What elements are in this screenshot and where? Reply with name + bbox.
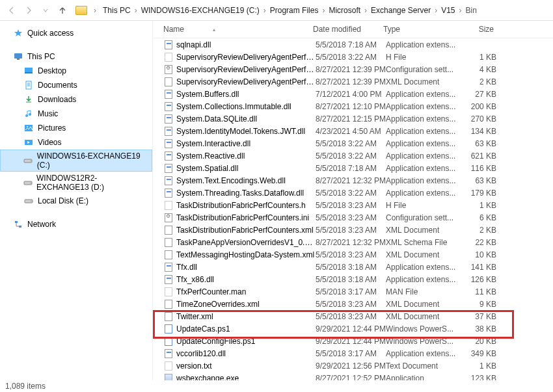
file-icon	[163, 275, 174, 284]
file-row[interactable]: Tfx_x86.dll5/5/2018 3:18 AMApplication e…	[163, 273, 553, 285]
svg-point-5	[25, 114, 28, 117]
file-row[interactable]: System.Collections.Immutable.dll8/27/202…	[163, 100, 553, 112]
nav-item[interactable]: WINDOWS12R2-EXCHANGE13 (D:)	[0, 172, 152, 194]
breadcrumb-segment[interactable]: Exchange Server	[368, 5, 433, 16]
file-size: 1 KB	[457, 53, 496, 62]
file-row[interactable]: System.Threading.Tasks.Dataflow.dll5/5/2…	[163, 187, 553, 199]
breadcrumb-segment[interactable]: Program Files	[267, 5, 321, 16]
file-size: 123 KB	[457, 374, 496, 381]
nav-item[interactable]: Downloads	[0, 92, 152, 107]
file-row[interactable]: TfxPerfCounter.man5/5/2018 3:17 AMMAN Fi…	[163, 285, 553, 298]
nav-item[interactable]: WINDOWS16-EXCHANGE19 (C:)	[0, 150, 152, 172]
network-label: Network	[27, 220, 56, 229]
file-row[interactable]: Twitter.xml5/5/2018 3:23 AMXML Document3…	[163, 310, 553, 322]
col-type[interactable]: Type	[383, 25, 455, 34]
recent-locations-button[interactable]	[39, 4, 52, 17]
breadcrumb[interactable]: This PC›WINDOWS16-EXCHANGE19 (C:)›Progra…	[100, 5, 548, 16]
file-date: 5/5/2018 3:23 AM	[316, 312, 386, 321]
col-name[interactable]: Name	[163, 25, 184, 34]
file-row[interactable]: TimeZoneOverrides.xml5/5/2018 3:23 AMXML…	[163, 298, 553, 310]
file-row[interactable]: TaskPaneAppVersionOverridesV1_0.xsd8/27/…	[163, 236, 553, 248]
file-date: 9/29/2021 12:44 PM	[316, 337, 386, 346]
file-size: 126 KB	[457, 275, 496, 284]
breadcrumb-segment[interactable]: Bin	[463, 5, 479, 16]
column-headers[interactable]: Name▴ Date modified Type Size	[153, 21, 553, 38]
file-name: wsbexchange.exe	[176, 374, 316, 381]
file-date: 5/5/2018 7:18 AM	[316, 40, 386, 49]
file-row[interactable]: UpdateCas.ps19/29/2021 12:44 PMWindows P…	[163, 322, 553, 335]
nav-item[interactable]: Videos	[0, 135, 152, 150]
file-row[interactable]: wsbexchange.exe8/27/2021 12:52 PMApplica…	[163, 372, 553, 380]
file-row[interactable]: TaskDistributionFabricPerfCounters.xml5/…	[163, 224, 553, 236]
nav-item[interactable]: Pictures	[0, 121, 152, 135]
nav-item-label: Pictures	[38, 124, 66, 133]
file-size: 63 KB	[457, 139, 496, 148]
file-row[interactable]: TaskDistributionFabricPerfCounters.ini5/…	[163, 211, 553, 224]
file-type: Application extens...	[386, 164, 457, 173]
file-row[interactable]: System.Interactive.dll5/5/2018 3:22 AMAp…	[163, 137, 553, 150]
file-row[interactable]: System.Data.SQLite.dll8/27/2021 12:15 PM…	[163, 112, 553, 125]
file-row[interactable]: System.Text.Encodings.Web.dll8/27/2021 1…	[163, 174, 553, 187]
file-row[interactable]: vccorlib120.dll5/5/2018 3:17 AMApplicati…	[163, 347, 553, 359]
doc-icon	[23, 80, 34, 90]
file-date: 5/5/2018 3:23 AM	[316, 213, 386, 222]
file-name: System.Reactive.dll	[176, 151, 316, 161]
col-size[interactable]: Size	[455, 25, 494, 34]
file-row[interactable]: UpdateConfigFiles.ps19/29/2021 12:44 PMW…	[163, 335, 553, 347]
file-icon	[163, 40, 174, 49]
nav-item[interactable]: Documents	[0, 78, 152, 92]
file-icon	[163, 238, 174, 247]
file-type: Application extens...	[386, 189, 457, 198]
forward-button[interactable]	[22, 4, 35, 17]
file-row[interactable]: Tfx.dll5/5/2018 3:18 AMApplication exten…	[163, 261, 553, 273]
file-date: 5/5/2018 3:23 AM	[316, 300, 386, 309]
file-name: System.IdentityModel.Tokens.JWT.dll	[176, 127, 316, 136]
status-bar: 1,089 items	[0, 380, 553, 392]
quick-access[interactable]: Quick access	[0, 26, 152, 40]
file-icon	[163, 151, 174, 161]
network[interactable]: Network	[0, 217, 152, 231]
file-row[interactable]: SupervisoryReviewDeliveryAgentPerfCou...…	[163, 51, 553, 63]
file-row[interactable]: System.Reactive.dll5/5/2018 3:22 AMAppli…	[163, 150, 553, 162]
file-name: TaskDistributionFabricPerfCounters.xml	[176, 226, 316, 235]
breadcrumb-segment[interactable]: V15	[438, 5, 457, 16]
quick-access-label: Quick access	[27, 29, 74, 38]
file-row[interactable]: SupervisoryReviewDeliveryAgentPerfCou...…	[163, 63, 553, 75]
nav-item[interactable]: Music	[0, 107, 152, 121]
file-row[interactable]: System.IdentityModel.Tokens.JWT.dll4/23/…	[163, 125, 553, 137]
breadcrumb-segment[interactable]: This PC	[100, 5, 133, 16]
file-row[interactable]: TextMessagingHostingData-System.xml5/5/2…	[163, 248, 553, 261]
sort-indicator-icon: ▴	[213, 27, 215, 33]
file-type: Windows PowerS...	[386, 337, 457, 346]
file-date: 8/27/2021 12:39 PM	[316, 77, 386, 86]
file-row[interactable]: version.txt9/29/2021 12:56 PMText Docume…	[163, 359, 553, 372]
file-type: XML Document	[386, 312, 457, 321]
file-icon	[163, 287, 174, 296]
file-size: 38 KB	[457, 324, 496, 333]
file-row[interactable]: SupervisoryReviewDeliveryAgentPerfCou...…	[163, 75, 553, 88]
breadcrumb-segment[interactable]: Microsoft	[326, 5, 363, 16]
file-icon	[163, 90, 174, 99]
up-button[interactable]	[56, 4, 69, 17]
file-type: XML Document	[386, 300, 457, 309]
file-row[interactable]: System.Buffers.dll7/12/2021 4:00 PMAppli…	[163, 88, 553, 100]
chevron-right-icon: ›	[94, 6, 96, 15]
svg-rect-0	[14, 53, 22, 59]
file-date: 5/5/2018 3:18 AM	[316, 275, 386, 284]
svg-rect-17	[19, 226, 21, 228]
file-row[interactable]: sqlnapi.dll5/5/2018 7:18 AMApplication e…	[163, 38, 553, 51]
file-row[interactable]: TaskDistributionFabricPerfCounters.h5/5/…	[163, 199, 553, 211]
file-icon	[163, 263, 174, 272]
back-button[interactable]	[5, 4, 18, 17]
file-list-pane: Name▴ Date modified Type Size sqlnapi.dl…	[153, 21, 553, 380]
nav-item[interactable]: Local Disk (E:)	[0, 194, 152, 208]
file-type: Windows PowerS...	[386, 324, 457, 333]
file-icon	[163, 337, 174, 346]
col-date[interactable]: Date modified	[313, 25, 383, 34]
this-pc[interactable]: This PC	[0, 49, 152, 64]
breadcrumb-segment[interactable]: WINDOWS16-EXCHANGE19 (C:)	[139, 5, 262, 16]
file-icon	[163, 139, 174, 148]
nav-item[interactable]: Desktop	[0, 64, 152, 78]
file-name: Tfx.dll	[176, 263, 316, 272]
file-row[interactable]: System.Spatial.dll5/5/2018 7:18 AMApplic…	[163, 162, 553, 174]
